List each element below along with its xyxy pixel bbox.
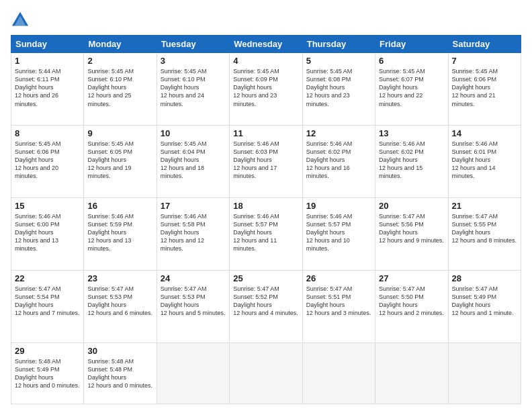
day-info: Sunrise: 5:46 AMSunset: 5:57 PMDaylight … <box>233 213 279 253</box>
calendar-day-8: 8Sunrise: 5:45 AMSunset: 6:06 PMDaylight… <box>11 125 84 197</box>
calendar-day-1: 1Sunrise: 5:44 AMSunset: 6:11 PMDaylight… <box>11 53 84 126</box>
day-number: 6 <box>379 56 444 66</box>
calendar-day-21: 21Sunrise: 5:47 AMSunset: 5:55 PMDayligh… <box>448 197 521 270</box>
day-number: 15 <box>15 201 80 211</box>
calendar-day-empty <box>230 342 302 404</box>
day-info: Sunrise: 5:47 AMSunset: 5:49 PMDaylight … <box>452 285 514 316</box>
day-info: Sunrise: 5:47 AMSunset: 5:53 PMDaylight … <box>87 285 152 316</box>
day-info: Sunrise: 5:45 AMSunset: 6:10 PMDaylight … <box>161 68 207 107</box>
col-header-friday: Friday <box>375 36 448 53</box>
calendar-day-empty <box>375 342 448 404</box>
day-info: Sunrise: 5:47 AMSunset: 5:51 PMDaylight … <box>306 285 371 316</box>
day-number: 27 <box>379 273 444 283</box>
day-info: Sunrise: 5:45 AMSunset: 6:06 PMDaylight … <box>452 68 498 107</box>
calendar-day-13: 13Sunrise: 5:46 AMSunset: 6:02 PMDayligh… <box>375 125 448 197</box>
day-number: 22 <box>15 273 80 283</box>
calendar-day-12: 12Sunrise: 5:46 AMSunset: 6:02 PMDayligh… <box>302 125 375 197</box>
day-number: 23 <box>87 273 152 283</box>
calendar-table: SundayMondayTuesdayWednesdayThursdayFrid… <box>11 35 521 404</box>
calendar-day-18: 18Sunrise: 5:46 AMSunset: 5:57 PMDayligh… <box>230 197 302 270</box>
calendar-day-28: 28Sunrise: 5:47 AMSunset: 5:49 PMDayligh… <box>448 270 521 342</box>
day-number: 24 <box>161 273 226 283</box>
day-number: 7 <box>452 56 517 66</box>
calendar-day-24: 24Sunrise: 5:47 AMSunset: 5:53 PMDayligh… <box>157 270 229 342</box>
calendar-week-1: 1Sunrise: 5:44 AMSunset: 6:11 PMDaylight… <box>11 53 521 126</box>
day-number: 17 <box>161 201 226 211</box>
day-info: Sunrise: 5:45 AMSunset: 6:06 PMDaylight … <box>15 140 61 180</box>
day-number: 21 <box>452 201 517 211</box>
day-info: Sunrise: 5:45 AMSunset: 6:05 PMDaylight … <box>87 140 134 180</box>
col-header-monday: Monday <box>84 36 157 53</box>
page: SundayMondayTuesdayWednesdayThursdayFrid… <box>0 0 532 411</box>
day-number: 5 <box>306 56 371 66</box>
calendar-day-11: 11Sunrise: 5:46 AMSunset: 6:03 PMDayligh… <box>230 125 302 197</box>
calendar-week-3: 15Sunrise: 5:46 AMSunset: 6:00 PMDayligh… <box>11 197 521 270</box>
calendar-day-2: 2Sunrise: 5:45 AMSunset: 6:10 PMDaylight… <box>84 53 157 126</box>
calendar-day-27: 27Sunrise: 5:47 AMSunset: 5:50 PMDayligh… <box>375 270 448 342</box>
day-info: Sunrise: 5:46 AMSunset: 6:02 PMDaylight … <box>306 140 353 180</box>
calendar-day-17: 17Sunrise: 5:46 AMSunset: 5:58 PMDayligh… <box>157 197 229 270</box>
day-number: 4 <box>233 56 298 66</box>
calendar-day-9: 9Sunrise: 5:45 AMSunset: 6:05 PMDaylight… <box>84 125 157 197</box>
day-info: Sunrise: 5:46 AMSunset: 6:01 PMDaylight … <box>452 140 498 180</box>
day-info: Sunrise: 5:46 AMSunset: 5:58 PMDaylight … <box>161 213 207 253</box>
day-number: 1 <box>15 56 80 66</box>
calendar-day-16: 16Sunrise: 5:46 AMSunset: 5:59 PMDayligh… <box>84 197 157 270</box>
day-number: 2 <box>87 56 152 66</box>
calendar-day-3: 3Sunrise: 5:45 AMSunset: 6:10 PMDaylight… <box>157 53 229 126</box>
calendar-day-empty <box>157 342 229 404</box>
day-info: Sunrise: 5:47 AMSunset: 5:54 PMDaylight … <box>15 285 80 316</box>
day-info: Sunrise: 5:45 AMSunset: 6:07 PMDaylight … <box>379 68 425 107</box>
calendar-week-2: 8Sunrise: 5:45 AMSunset: 6:06 PMDaylight… <box>11 125 521 197</box>
day-info: Sunrise: 5:46 AMSunset: 6:00 PMDaylight … <box>15 213 61 253</box>
calendar-day-empty <box>302 342 375 404</box>
header <box>11 11 521 30</box>
logo-icon <box>11 11 30 30</box>
col-header-tuesday: Tuesday <box>157 36 229 53</box>
col-header-wednesday: Wednesday <box>230 36 302 53</box>
col-header-thursday: Thursday <box>302 36 375 53</box>
day-info: Sunrise: 5:48 AMSunset: 5:49 PMDaylight … <box>15 358 80 389</box>
day-info: Sunrise: 5:45 AMSunset: 6:09 PMDaylight … <box>233 68 279 107</box>
day-number: 14 <box>452 128 517 138</box>
calendar-day-22: 22Sunrise: 5:47 AMSunset: 5:54 PMDayligh… <box>11 270 84 342</box>
day-info: Sunrise: 5:46 AMSunset: 6:03 PMDaylight … <box>233 140 279 180</box>
calendar-day-20: 20Sunrise: 5:47 AMSunset: 5:56 PMDayligh… <box>375 197 448 270</box>
day-info: Sunrise: 5:47 AMSunset: 5:52 PMDaylight … <box>233 285 298 316</box>
day-number: 16 <box>87 201 152 211</box>
calendar-day-5: 5Sunrise: 5:45 AMSunset: 6:08 PMDaylight… <box>302 53 375 126</box>
day-number: 9 <box>87 128 152 138</box>
day-number: 18 <box>233 201 298 211</box>
day-number: 28 <box>452 273 517 283</box>
day-info: Sunrise: 5:46 AMSunset: 5:59 PMDaylight … <box>87 213 134 253</box>
day-number: 20 <box>379 201 444 211</box>
calendar-day-25: 25Sunrise: 5:47 AMSunset: 5:52 PMDayligh… <box>230 270 302 342</box>
calendar-day-30: 30Sunrise: 5:48 AMSunset: 5:48 PMDayligh… <box>84 342 157 404</box>
calendar-header-row: SundayMondayTuesdayWednesdayThursdayFrid… <box>11 36 521 53</box>
calendar-day-7: 7Sunrise: 5:45 AMSunset: 6:06 PMDaylight… <box>448 53 521 126</box>
calendar-day-empty <box>448 342 521 404</box>
day-info: Sunrise: 5:44 AMSunset: 6:11 PMDaylight … <box>15 68 61 107</box>
day-info: Sunrise: 5:46 AMSunset: 5:57 PMDaylight … <box>306 213 353 253</box>
calendar-day-4: 4Sunrise: 5:45 AMSunset: 6:09 PMDaylight… <box>230 53 302 126</box>
calendar-day-6: 6Sunrise: 5:45 AMSunset: 6:07 PMDaylight… <box>375 53 448 126</box>
calendar-day-29: 29Sunrise: 5:48 AMSunset: 5:49 PMDayligh… <box>11 342 84 404</box>
day-info: Sunrise: 5:47 AMSunset: 5:50 PMDaylight … <box>379 285 444 316</box>
calendar-day-23: 23Sunrise: 5:47 AMSunset: 5:53 PMDayligh… <box>84 270 157 342</box>
day-number: 3 <box>161 56 226 66</box>
day-number: 30 <box>87 346 152 356</box>
calendar-day-10: 10Sunrise: 5:45 AMSunset: 6:04 PMDayligh… <box>157 125 229 197</box>
day-info: Sunrise: 5:46 AMSunset: 6:02 PMDaylight … <box>379 140 425 180</box>
day-info: Sunrise: 5:47 AMSunset: 5:55 PMDaylight … <box>452 213 517 244</box>
day-number: 8 <box>15 128 80 138</box>
day-number: 11 <box>233 128 298 138</box>
calendar-day-15: 15Sunrise: 5:46 AMSunset: 6:00 PMDayligh… <box>11 197 84 270</box>
day-number: 10 <box>161 128 226 138</box>
day-number: 29 <box>15 346 80 356</box>
col-header-sunday: Sunday <box>11 36 84 53</box>
day-number: 26 <box>306 273 371 283</box>
day-number: 13 <box>379 128 444 138</box>
calendar-day-19: 19Sunrise: 5:46 AMSunset: 5:57 PMDayligh… <box>302 197 375 270</box>
logo <box>11 11 31 30</box>
day-number: 12 <box>306 128 371 138</box>
